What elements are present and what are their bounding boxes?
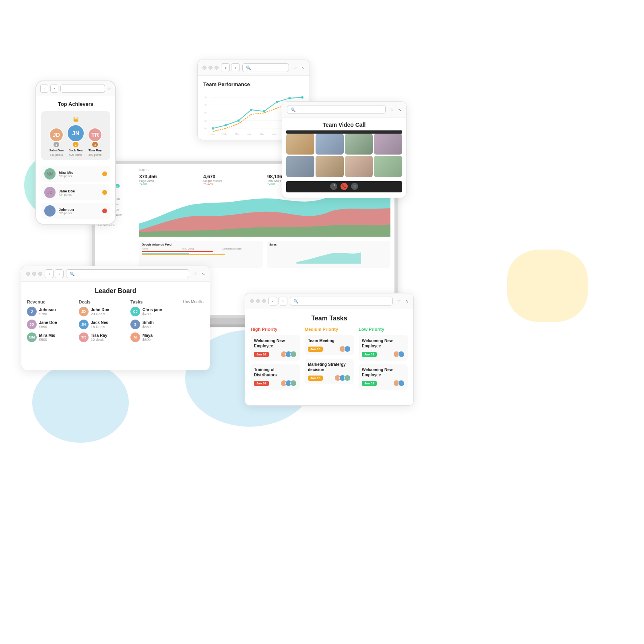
phone-back-btn[interactable]: ‹ (40, 85, 48, 93)
video-cell-4 (374, 134, 402, 155)
lb-tasks-2: S Smith $650 (130, 320, 178, 329)
tasks-col-medium: Medium Priority Team Meeting Jan 06 Mark… (305, 327, 354, 393)
task-training-high-date: Jan 03 (254, 381, 269, 386)
tasks-expand-icon[interactable]: ⤡ (405, 299, 409, 303)
tasks-col-low: Low Priority Welcoming New Employee Jan … (359, 327, 408, 393)
team-tasks-window: ‹ › 🔍 ☆ ⤡ Team Tasks High Priority Welco… (245, 293, 414, 406)
tasks-star-icon: ☆ (397, 298, 401, 304)
forward-btn[interactable]: › (231, 63, 240, 72)
progress-bar-2 (142, 253, 189, 254)
janedoe-pts: 424 points (59, 193, 99, 196)
lb-forward-btn[interactable]: › (55, 269, 64, 278)
video-call-title: Team Video Call (282, 118, 406, 130)
end-call-btn[interactable]: 📞 (341, 183, 348, 190)
performance-search[interactable]: 🔍 (242, 63, 289, 72)
svg-point-13 (250, 109, 252, 111)
back-btn[interactable]: ‹ (221, 63, 230, 72)
task-welcoming-low-2-avatars (395, 380, 405, 386)
top-person-2: JD 2 John Doe 540 points (49, 128, 64, 156)
svg-text:May: May (260, 133, 264, 135)
performance-chart-title: Team Performance (203, 81, 304, 87)
video-btn[interactable]: 📹 (351, 183, 358, 190)
phone-forward-btn[interactable]: › (50, 85, 58, 93)
tasks-dots (250, 299, 266, 303)
blob-yellow (507, 250, 588, 322)
video-expand-icon[interactable]: ⤡ (398, 107, 401, 112)
lb-tisaray-d-val: 12 deals (91, 338, 107, 342)
lb-miramis2-name: Mira Mis (39, 333, 55, 338)
lb-dot-3 (38, 272, 42, 276)
svg-point-10 (212, 127, 214, 130)
tasks-search[interactable]: 🔍 (290, 297, 393, 305)
dot-1 (202, 66, 206, 70)
mute-btn[interactable]: 🎤 (330, 183, 337, 190)
tasks-medium-header: Medium Priority (305, 327, 354, 332)
johnson-pts: 395 points (59, 212, 99, 215)
phone-star-icon: ☆ (107, 86, 111, 91)
task-welcoming-high-meta: Jan 02 (254, 351, 297, 357)
lb-jacknes-d-val: 18 Deals (91, 325, 108, 329)
tasks-columns: High Priority Welcoming New Employee Jan… (251, 327, 408, 393)
lb-dot-2 (32, 272, 36, 276)
sales-mini-chart (269, 248, 388, 264)
svg-text:40: 40 (204, 104, 206, 106)
johnson-name: Johnson (59, 208, 99, 212)
tasks-forward-btn[interactable]: › (279, 297, 287, 305)
expand-icon[interactable]: ⤡ (301, 66, 305, 70)
lb-revenue-2: JD Jane Doe $650 (27, 320, 75, 329)
task-training-high: Training of Distributors Jan 03 (251, 364, 300, 390)
task-meeting-medium-date: Jan 06 (308, 347, 323, 352)
task-welcoming-high-name: Welcoming New Employee (254, 338, 297, 349)
tasks-nav: ‹ › (268, 297, 287, 305)
ta-15 (398, 380, 405, 386)
svg-text:20: 20 (204, 120, 206, 122)
lb-back-btn[interactable]: ‹ (45, 269, 54, 278)
lb-col-revenue: Revenue J Johnson $780 JD Jane Doe $650 (27, 299, 75, 345)
tasks-browser-bar: ‹ › 🔍 ☆ ⤡ (245, 293, 413, 309)
dashboard-bottom: Google Adwords Feed Name Total Views Com… (139, 241, 390, 268)
task-marketing-medium-name: Marketing Stratergy decision (308, 362, 351, 372)
task-welcoming-low-1-avatars (395, 351, 405, 357)
achievers-title: Top Achievers (41, 101, 110, 107)
lb-tasks-3: M Maya $500 (130, 332, 178, 342)
janedoe-name: Jane Doe (59, 189, 99, 193)
lb-period[interactable]: This Month↓ (182, 299, 204, 345)
lb-revenue-title: Revenue (27, 299, 75, 304)
leaderboard-window: ‹ › 🔍 ☆ ⤡ Leader Board Revenue J Johnson… (21, 266, 210, 370)
lb-star-icon: ☆ (193, 271, 198, 277)
dot-2 (208, 66, 213, 70)
ta-11 (344, 375, 351, 381)
task-welcoming-high-avatars (282, 351, 297, 357)
task-meeting-medium: Team Meeting Jan 06 (305, 335, 354, 355)
lb-expand-icon[interactable]: ⤡ (202, 272, 205, 276)
task-welcoming-low-1: Welcoming New Employee Jan 02 (359, 335, 408, 361)
lb-col-deals: Deals JD John Doe 20 Deals JN Jack Nes 1… (79, 299, 127, 345)
miramis-name: Mira Mis (59, 171, 99, 175)
video-call-content: Team Video Call (282, 118, 406, 192)
svg-point-14 (263, 110, 265, 113)
phone-search-bar[interactable] (60, 85, 105, 93)
video-cell-3 (345, 134, 373, 155)
task-marketing-medium: Marketing Stratergy decision Jan 06 (305, 359, 354, 384)
tasks-back-btn[interactable]: ‹ (268, 297, 277, 305)
search-icon: 🔍 (246, 66, 251, 70)
lb-smith-val: $650 (142, 325, 154, 329)
lb-revenue-1: J Johnson $780 (27, 307, 75, 316)
tasks-search-icon: 🔍 (293, 299, 298, 303)
lb-search[interactable]: 🔍 (66, 269, 189, 278)
task-welcoming-low-1-date: Jan 02 (362, 352, 377, 357)
svg-text:Feb: Feb (223, 133, 227, 135)
svg-point-17 (301, 96, 303, 99)
task-welcoming-low-2-date: Jan 02 (362, 381, 377, 386)
video-search[interactable]: 🔍 (287, 105, 386, 114)
lb-revenue-3: MM Mira Mis $500 (27, 332, 75, 342)
video-cell-1 (286, 134, 314, 155)
browser-dots (202, 66, 219, 70)
video-cell-2 (316, 134, 344, 155)
achiever-list: MM Mira Mis 530 points JD Jane Doe 424 p… (41, 166, 110, 219)
top-person-1: 👑 JN 1 Jack Nes 600 points (67, 117, 85, 156)
svg-text:Apr: Apr (248, 133, 251, 135)
top-person-3: TR 3 Tisa Ray 500 points (88, 128, 102, 156)
achiever-johnson: J Johnson 395 points (41, 203, 110, 219)
task-welcoming-low-2-meta: Jan 02 (362, 380, 405, 386)
